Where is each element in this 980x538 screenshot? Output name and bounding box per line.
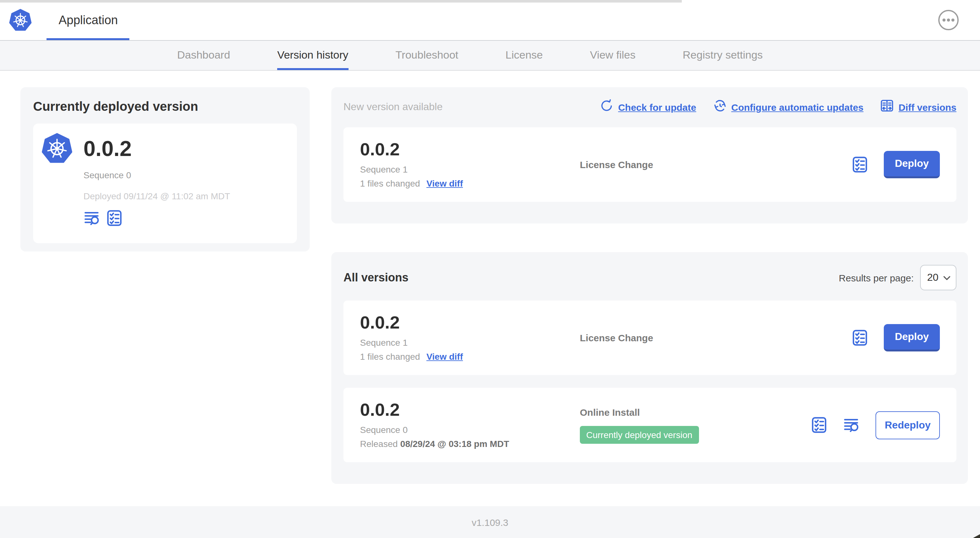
- results-per-page-label: Results per page:: [839, 272, 914, 283]
- version-row: 0.0.2 Sequence 0 Released08/29/24 @ 03:1…: [344, 388, 956, 462]
- chevron-down-icon: [943, 272, 951, 283]
- all-versions-title: All versions: [344, 271, 409, 284]
- all-versions-section: All versions Results per page: 20: [331, 252, 968, 484]
- new-version-section: New version available Check for update: [331, 87, 968, 224]
- check-for-update-link[interactable]: Check for update: [600, 99, 696, 115]
- view-logs-icon[interactable]: [843, 416, 860, 433]
- diff-versions-link[interactable]: Diff versions: [880, 99, 956, 115]
- version-number: 0.0.2: [360, 401, 580, 419]
- app-title-tab[interactable]: Application: [59, 0, 118, 38]
- deployed-timestamp: Deployed 09/11/24 @ 11:02 am MDT: [83, 191, 284, 201]
- version-sequence: Sequence 0: [360, 425, 580, 435]
- version-number: 0.0.2: [360, 141, 580, 159]
- version-sequence: Sequence 1: [360, 338, 580, 348]
- deployed-sequence: Sequence 0: [83, 170, 284, 180]
- configure-automatic-updates-link[interactable]: Configure automatic updates: [713, 99, 863, 115]
- tab-bar: Dashboard Version history Troubleshoot L…: [0, 40, 980, 71]
- kubernetes-logo-icon: [9, 9, 32, 31]
- released-timestamp: 08/29/24 @ 03:18 pm MDT: [400, 439, 509, 449]
- admin-console-page: Application Dashboard Version history Tr…: [0, 0, 980, 538]
- overflow-menu-button[interactable]: [938, 10, 959, 30]
- tab-dashboard[interactable]: Dashboard: [177, 41, 230, 70]
- deploy-button[interactable]: Deploy: [884, 324, 940, 351]
- view-diff-link[interactable]: View diff: [426, 351, 463, 362]
- version-sequence: Sequence 1: [360, 164, 580, 175]
- released-label: Released: [360, 439, 398, 449]
- page-footer: v1.109.3: [0, 506, 980, 538]
- tab-view-files[interactable]: View files: [590, 41, 636, 70]
- tab-registry-settings[interactable]: Registry settings: [683, 41, 763, 70]
- version-number: 0.0.2: [360, 314, 580, 332]
- diff-icon: [880, 99, 894, 115]
- version-source: License Change: [580, 159, 653, 170]
- currently-deployed-card: Currently deployed version: [21, 87, 310, 251]
- content-area: Currently deployed version: [0, 71, 980, 506]
- version-row: 0.0.2 Sequence 1 1 files changedView dif…: [344, 300, 956, 375]
- preflight-checks-icon[interactable]: [810, 416, 828, 433]
- preflight-checks-icon[interactable]: [851, 156, 869, 173]
- files-changed-text: 1 files changed: [360, 178, 420, 189]
- schedule-sync-icon: [713, 99, 727, 115]
- currently-deployed-badge: Currently deployed version: [580, 425, 699, 443]
- view-logs-icon[interactable]: [83, 209, 101, 227]
- refresh-icon: [600, 99, 614, 115]
- version-source: License Change: [580, 332, 653, 343]
- results-per-page-select[interactable]: 20: [920, 265, 956, 290]
- deployed-card-title: Currently deployed version: [33, 99, 297, 114]
- app-header: Application: [0, 0, 980, 40]
- files-changed-text: 1 files changed: [360, 351, 420, 362]
- tab-troubleshoot[interactable]: Troubleshoot: [395, 41, 458, 70]
- tab-license[interactable]: License: [506, 41, 543, 70]
- preflight-checks-icon[interactable]: [106, 209, 123, 227]
- console-version: v1.109.3: [471, 517, 508, 527]
- new-version-row: 0.0.2 Sequence 1 1 files changedView dif…: [344, 127, 956, 202]
- deploy-button[interactable]: Deploy: [884, 151, 940, 178]
- deployed-version-number: 0.0.2: [83, 136, 132, 161]
- new-version-title: New version available: [344, 101, 442, 113]
- redeploy-button[interactable]: Redeploy: [875, 411, 940, 439]
- ellipsis-icon: [938, 23, 959, 32]
- version-source: Online Install: [580, 406, 640, 417]
- preflight-checks-icon[interactable]: [851, 329, 869, 346]
- kubernetes-app-icon: [41, 133, 73, 163]
- active-app-indicator: [46, 38, 129, 40]
- view-diff-link[interactable]: View diff: [426, 178, 463, 189]
- deployed-version-card: 0.0.2 Sequence 0 Deployed 09/11/24 @ 11:…: [33, 124, 297, 243]
- top-edge-strip: [0, 0, 682, 3]
- tab-version-history[interactable]: Version history: [277, 41, 348, 70]
